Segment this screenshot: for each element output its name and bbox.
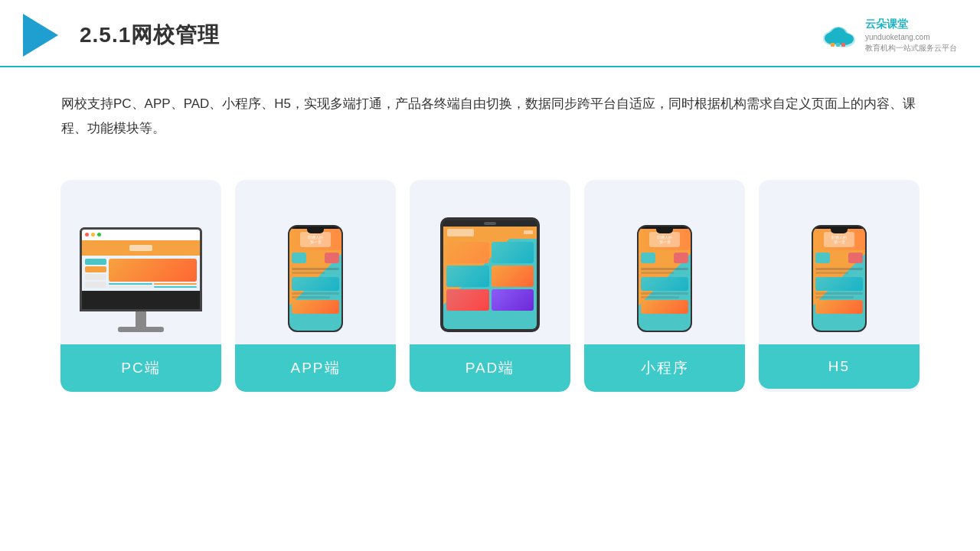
logo-triangle-icon <box>23 14 58 57</box>
pad-label: PAD端 <box>410 344 570 392</box>
mini-phone-illustration: 职通人的第一堂 <box>637 225 692 332</box>
header-right: 云朵课堂 yunduoketang.com 教育机构一站式服务云平台 <box>818 17 957 54</box>
brand-logo: 云朵课堂 yunduoketang.com 教育机构一站式服务云平台 <box>818 17 957 54</box>
pad-tablet-illustration <box>440 217 540 332</box>
description-text: 网校支持PC、APP、PAD、小程序、H5，实现多端打通，产品各终端自由切换，数… <box>0 67 980 157</box>
brand-text: 云朵课堂 yunduoketang.com 教育机构一站式服务云平台 <box>865 17 957 54</box>
h5-label: H5 <box>759 344 920 389</box>
brand-name: 云朵课堂 <box>865 17 957 32</box>
pad-card: PAD端 <box>410 180 570 392</box>
h5-card: 职通人的第一堂 <box>759 180 920 392</box>
header-left: 2.5.1网校管理 <box>23 14 220 57</box>
mini-image: 职通人的第一堂 <box>595 198 734 332</box>
h5-image: 职通人的第一堂 <box>769 198 909 332</box>
page-title: 2.5.1网校管理 <box>80 21 220 50</box>
h5-phone-illustration: 职通人的第一堂 <box>812 225 867 332</box>
pc-image <box>71 198 211 332</box>
svg-rect-6 <box>831 43 835 47</box>
brand-tagline: 教育机构一站式服务云平台 <box>865 43 957 54</box>
app-label: APP端 <box>235 344 396 392</box>
mini-card: 职通人的第一堂 <box>584 180 745 392</box>
svg-point-5 <box>831 28 846 41</box>
mini-label: 小程序 <box>584 344 745 392</box>
device-cards-section: PC端 职通人的第一堂 <box>0 165 980 407</box>
pc-label: PC端 <box>60 344 221 392</box>
app-phone-illustration: 职通人的第一堂 <box>288 225 343 332</box>
page-header: 2.5.1网校管理 云朵课堂 yunduoketang.com 教育机构一站式服… <box>0 0 980 67</box>
svg-rect-7 <box>836 43 840 47</box>
pad-image <box>420 198 560 332</box>
app-image: 职通人的第一堂 <box>246 198 385 332</box>
cloud-icon <box>818 21 859 49</box>
pc-monitor-illustration <box>80 227 202 332</box>
svg-rect-8 <box>841 43 845 47</box>
app-card: 职通人的第一堂 <box>235 180 396 392</box>
brand-domain: yunduoketang.com <box>865 32 957 43</box>
pc-card: PC端 <box>60 180 221 392</box>
